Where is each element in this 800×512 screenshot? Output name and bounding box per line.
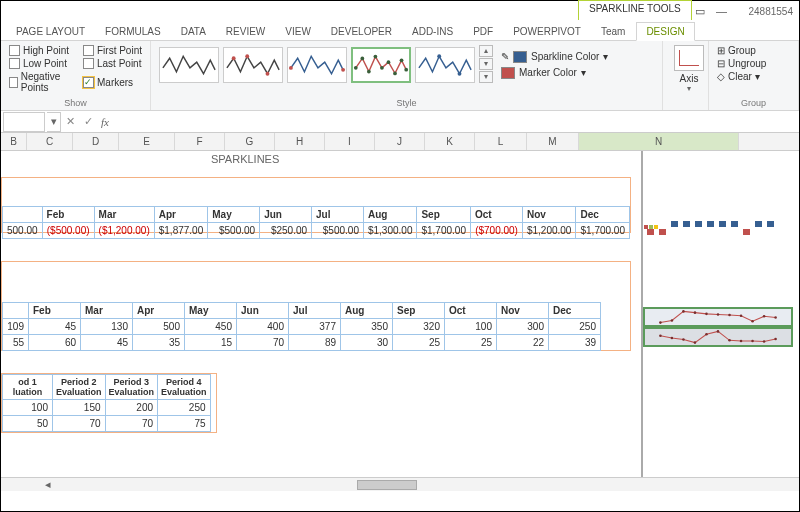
clear-button[interactable]: ◇Clear ▾ <box>717 71 790 82</box>
group-button[interactable]: ⊞Group <box>717 45 790 56</box>
ribbon-tabs: PAGE LAYOUT FORMULAS DATA REVIEW VIEW DE… <box>1 21 799 41</box>
formula-input[interactable] <box>109 113 799 131</box>
chk-first-point[interactable]: First Point <box>83 45 142 56</box>
svg-rect-25 <box>755 221 762 227</box>
sparkline-color-label: Sparkline Color <box>531 51 599 62</box>
worksheet-grid[interactable]: SPARKLINES FebMarAprMayJunJulAugSepOctNo… <box>1 151 799 491</box>
column-headers[interactable]: B C D E F G H I J K L M N <box>1 133 799 151</box>
svg-point-13 <box>404 67 408 71</box>
name-box[interactable] <box>3 112 45 132</box>
style-item-5[interactable] <box>415 47 475 83</box>
svg-point-47 <box>728 339 731 342</box>
ribbon-display-options-icon[interactable]: ▭ <box>693 4 707 18</box>
svg-rect-24 <box>743 229 750 235</box>
chk-high-point[interactable]: High Point <box>9 45 73 56</box>
col-F[interactable]: F <box>175 133 225 150</box>
style-item-4-selected[interactable] <box>351 47 411 83</box>
svg-point-2 <box>266 71 270 75</box>
svg-point-10 <box>387 60 391 64</box>
line-sparkline-2[interactable] <box>643 327 793 347</box>
chk-markers[interactable]: ✓Markers <box>83 71 142 93</box>
tab-design[interactable]: DESIGN <box>636 22 694 41</box>
col-D[interactable]: D <box>73 133 119 150</box>
svg-point-36 <box>728 314 731 317</box>
col-B[interactable]: B <box>1 133 27 150</box>
group-label-group: Group <box>717 98 790 108</box>
svg-rect-20 <box>695 221 702 227</box>
col-M[interactable]: M <box>527 133 579 150</box>
svg-rect-21 <box>707 221 714 227</box>
svg-point-50 <box>763 340 766 343</box>
chk-low-point[interactable]: Low Point <box>9 58 73 69</box>
style-item-1[interactable] <box>159 47 219 83</box>
svg-point-49 <box>751 340 754 343</box>
svg-point-45 <box>705 333 708 336</box>
svg-point-43 <box>682 338 685 341</box>
horizontal-scrollbar[interactable]: ◂ <box>1 477 799 491</box>
ungroup-icon: ⊟ <box>717 58 725 69</box>
svg-point-14 <box>437 54 441 58</box>
period-table[interactable]: od 1 luationPeriod 2 EvaluationPeriod 3 … <box>2 374 211 432</box>
group-button-label: Group <box>728 45 756 56</box>
svg-rect-28 <box>649 225 653 229</box>
marker-color-button[interactable]: Marker Color▾ <box>501 67 608 79</box>
tab-powerpivot[interactable]: POWERPIVOT <box>504 23 590 40</box>
svg-point-44 <box>694 341 697 344</box>
chk-last-point[interactable]: Last Point <box>83 58 142 69</box>
tab-view[interactable]: VIEW <box>276 23 320 40</box>
money-table[interactable]: FebMarAprMayJunJulAugSepOctNovDec500.00(… <box>2 206 630 239</box>
sparkline-color-button[interactable]: ✎Sparkline Color▾ <box>501 51 608 63</box>
group-icon: ⊞ <box>717 45 725 56</box>
svg-point-8 <box>374 54 378 58</box>
enter-formula-icon[interactable]: ✓ <box>79 115 97 128</box>
tab-formulas[interactable]: FORMULAS <box>96 23 170 40</box>
col-N[interactable]: N <box>579 133 739 150</box>
svg-point-37 <box>740 315 743 318</box>
svg-point-46 <box>717 330 720 333</box>
fx-icon[interactable]: fx <box>101 116 109 128</box>
chevron-down-icon: ▾ <box>581 67 586 78</box>
tab-data[interactable]: DATA <box>172 23 215 40</box>
minimize-icon[interactable]: — <box>715 4 729 18</box>
col-G[interactable]: G <box>225 133 275 150</box>
tab-review[interactable]: REVIEW <box>217 23 274 40</box>
cancel-formula-icon[interactable]: ✕ <box>61 115 79 128</box>
name-box-dropdown[interactable]: ▾ <box>47 112 61 132</box>
col-K[interactable]: K <box>425 133 475 150</box>
tab-addins[interactable]: ADD-INS <box>403 23 462 40</box>
chk-markers-label: Markers <box>97 77 133 88</box>
style-item-2[interactable] <box>223 47 283 83</box>
scrollbar-thumb[interactable] <box>357 480 417 490</box>
svg-point-48 <box>740 340 743 343</box>
line-sparkline-1[interactable] <box>643 307 793 327</box>
scroll-left-icon[interactable]: ◂ <box>41 478 55 491</box>
style-item-3[interactable] <box>287 47 347 83</box>
style-gallery-scroll[interactable]: ▴▾▾ <box>479 45 493 84</box>
style-gallery[interactable]: ▴▾▾ <box>159 45 493 84</box>
tab-developer[interactable]: DEVELOPER <box>322 23 401 40</box>
svg-rect-22 <box>719 221 726 227</box>
col-C[interactable]: C <box>27 133 73 150</box>
svg-point-4 <box>341 67 345 71</box>
tab-pdf[interactable]: PDF <box>464 23 502 40</box>
svg-point-51 <box>774 338 777 341</box>
counts-table[interactable]: FebMarAprMayJunJulAugSepOctNovDec1094513… <box>2 302 601 351</box>
chk-low-point-label: Low Point <box>23 58 67 69</box>
col-I[interactable]: I <box>325 133 375 150</box>
svg-point-30 <box>659 321 662 324</box>
col-E[interactable]: E <box>119 133 175 150</box>
svg-point-38 <box>751 320 754 323</box>
col-H[interactable]: H <box>275 133 325 150</box>
axis-button[interactable]: Axis ▾ <box>671 45 707 93</box>
chk-first-point-label: First Point <box>97 45 142 56</box>
svg-point-33 <box>694 311 697 314</box>
winloss-sparkline <box>643 219 793 237</box>
ungroup-button[interactable]: ⊟Ungroup <box>717 58 790 69</box>
group-label-show: Show <box>9 98 142 108</box>
tab-team[interactable]: Team <box>592 23 634 40</box>
svg-point-12 <box>400 58 404 62</box>
tab-page-layout[interactable]: PAGE LAYOUT <box>7 23 94 40</box>
col-L[interactable]: L <box>475 133 527 150</box>
col-J[interactable]: J <box>375 133 425 150</box>
chk-negative-points[interactable]: Negative Points <box>9 71 73 93</box>
